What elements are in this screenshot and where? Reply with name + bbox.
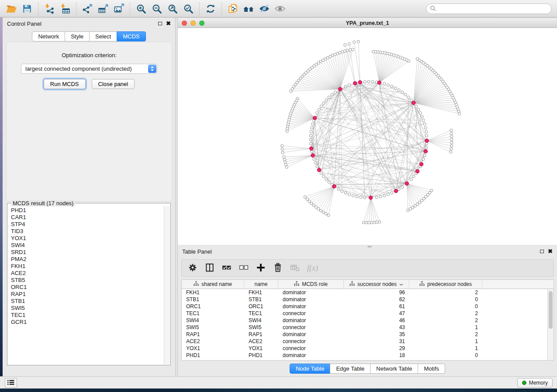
network-node[interactable] xyxy=(344,192,347,194)
network-node[interactable] xyxy=(309,134,312,137)
cell-MCDS-role[interactable]: connector xyxy=(278,345,344,351)
cell-successor-nodes[interactable]: 18 xyxy=(344,352,409,358)
network-node[interactable] xyxy=(349,48,351,51)
network-node[interactable] xyxy=(401,91,404,93)
show-columns-button[interactable] xyxy=(205,263,214,274)
network-node[interactable] xyxy=(304,196,306,198)
table-row[interactable]: FKH1FKH1dominator962 xyxy=(182,289,547,296)
network-node[interactable] xyxy=(391,85,393,88)
table-row[interactable]: RAP1RAP1dominator352 xyxy=(182,331,547,338)
table-row[interactable]: STB1STB1dominator620 xyxy=(182,296,547,303)
network-node[interactable] xyxy=(334,91,336,93)
network-node[interactable] xyxy=(348,193,350,196)
mcds-result-item[interactable]: STP4 xyxy=(11,221,164,228)
export-network-button[interactable] xyxy=(80,1,95,16)
network-node[interactable] xyxy=(309,138,312,141)
mcds-hub-node[interactable] xyxy=(313,116,317,120)
cell-successor-nodes[interactable]: 96 xyxy=(344,289,409,296)
network-node[interactable] xyxy=(398,89,400,91)
mcds-result-item[interactable]: SRD1 xyxy=(11,249,164,256)
network-node[interactable] xyxy=(422,119,425,121)
network-node[interactable] xyxy=(391,192,393,194)
cell-MCDS-role[interactable]: dominator xyxy=(278,352,344,358)
mcds-hub-node[interactable] xyxy=(309,147,313,151)
network-node[interactable] xyxy=(376,221,378,224)
mcds-result-item[interactable]: STB5 xyxy=(11,277,164,284)
network-node[interactable] xyxy=(316,112,318,114)
cell-predecessor-nodes[interactable]: 1 xyxy=(409,345,482,351)
network-node[interactable] xyxy=(311,127,313,129)
mcds-result-item[interactable]: CAR1 xyxy=(11,214,164,221)
mcds-hub-node[interactable] xyxy=(353,81,357,85)
network-graph[interactable] xyxy=(178,28,557,245)
column-header-successor-nodes[interactable]: successor nodes xyxy=(344,280,409,289)
hide-selected-button[interactable] xyxy=(256,1,272,16)
table-row[interactable]: SWI5SWI5connector431 xyxy=(182,324,547,331)
network-node[interactable] xyxy=(320,105,322,107)
cell-name[interactable]: FKH1 xyxy=(244,289,278,296)
network-node[interactable] xyxy=(331,93,333,96)
network-node[interactable] xyxy=(290,90,292,93)
cell-shared-name[interactable]: PHD1 xyxy=(182,352,244,358)
network-node[interactable] xyxy=(280,144,283,147)
cell-shared-name[interactable]: YOX1 xyxy=(182,345,244,351)
network-node[interactable] xyxy=(344,85,347,88)
network-node[interactable] xyxy=(311,150,313,153)
network-node[interactable] xyxy=(311,123,314,125)
network-node[interactable] xyxy=(337,188,340,191)
network-window-titlebar[interactable]: YPA_prune.txt_1 xyxy=(178,18,557,28)
cell-name[interactable]: ACE2 xyxy=(244,338,278,344)
tab-node-table[interactable]: Node Table xyxy=(290,364,331,374)
mcds-result-item[interactable]: SWI4 xyxy=(11,242,164,249)
column-header-predecessor-nodes[interactable]: predecessor nodes xyxy=(409,280,482,289)
table-row[interactable]: SWI4SWI4dominator462 xyxy=(182,317,547,324)
cell-name[interactable]: ORC1 xyxy=(244,303,278,309)
mcds-hub-node[interactable] xyxy=(394,189,398,193)
select-all-button[interactable] xyxy=(222,264,232,272)
network-node[interactable] xyxy=(363,196,366,199)
network-node[interactable] xyxy=(410,178,412,181)
cell-successor-nodes[interactable]: 29 xyxy=(344,345,409,351)
network-node[interactable] xyxy=(375,196,378,199)
mcds-hub-node[interactable] xyxy=(412,101,415,105)
network-node[interactable] xyxy=(450,138,453,141)
mcds-hub-node[interactable] xyxy=(311,154,315,158)
cell-predecessor-nodes[interactable]: 2 xyxy=(409,289,482,296)
cell-name[interactable]: PHD1 xyxy=(244,352,278,358)
mcds-hub-node[interactable] xyxy=(317,168,321,172)
network-node[interactable] xyxy=(346,49,349,52)
search-box[interactable] xyxy=(426,3,552,14)
table-row[interactable]: PHD1PHD1dominator180 xyxy=(182,352,547,359)
column-header-shared-name[interactable]: shared name xyxy=(182,280,244,289)
cell-shared-name[interactable]: ACE2 xyxy=(182,338,244,344)
network-node[interactable] xyxy=(365,221,367,224)
network-node[interactable] xyxy=(352,194,354,197)
float-panel-icon[interactable] xyxy=(158,22,162,25)
column-header-MCDS-role[interactable]: MCDS role xyxy=(278,280,344,289)
cell-shared-name[interactable]: TEC1 xyxy=(182,310,244,316)
import-network-button[interactable] xyxy=(42,1,57,16)
import-table-button[interactable] xyxy=(57,1,73,16)
optimization-criterion-select[interactable]: largest connected component (undirected) xyxy=(21,64,157,74)
network-node[interactable] xyxy=(281,148,284,151)
cell-name[interactable]: STB1 xyxy=(244,296,278,303)
network-node[interactable] xyxy=(415,105,418,107)
network-node[interactable] xyxy=(306,198,308,200)
mcds-result-list[interactable]: PHD1CAR1STP4TID3YOX1SWI4SRD1PMA2FKH1ACE2… xyxy=(8,206,164,364)
network-node[interactable] xyxy=(325,99,328,101)
unselect-all-button[interactable] xyxy=(239,264,249,272)
table-row[interactable]: YOX1YOX1connector291 xyxy=(182,345,547,352)
mcds-result-item[interactable]: SWI5 xyxy=(11,305,164,312)
tab-motifs[interactable]: Motifs xyxy=(418,364,445,374)
network-node[interactable] xyxy=(348,84,350,86)
cell-name[interactable]: TEC1 xyxy=(244,310,278,316)
network-node[interactable] xyxy=(310,131,312,133)
cell-MCDS-role[interactable]: connector xyxy=(278,338,344,344)
mcds-hub-node[interactable] xyxy=(377,81,381,85)
network-node[interactable] xyxy=(317,207,320,210)
network-node[interactable] xyxy=(387,84,389,86)
network-node[interactable] xyxy=(357,40,360,43)
cell-shared-name[interactable]: STB1 xyxy=(182,296,244,303)
network-node[interactable] xyxy=(283,155,285,158)
cell-successor-nodes[interactable]: 62 xyxy=(344,296,409,303)
